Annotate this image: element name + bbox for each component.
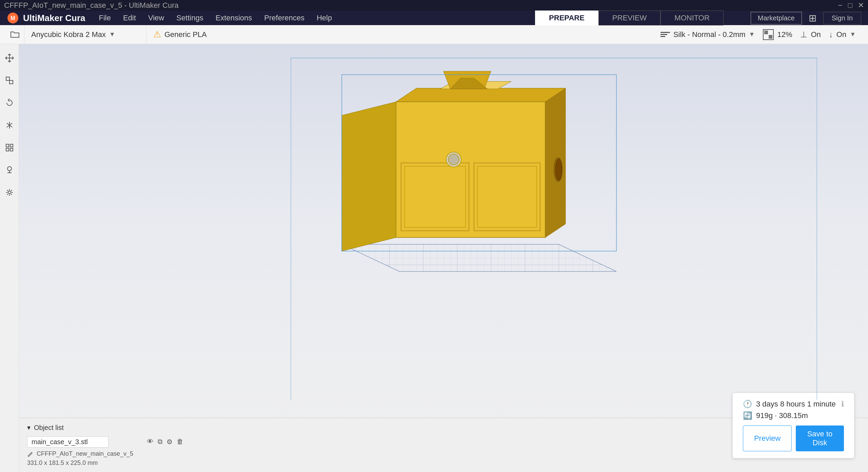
print-time-text: 3 days 8 hours 1 minute <box>756 400 836 409</box>
material-name: Generic PLA <box>164 30 207 39</box>
profile-selector[interactable]: Silk - Normal - 0.2mm ▼ <box>660 30 755 39</box>
marketplace-button[interactable]: Marketplace <box>751 12 802 24</box>
svg-rect-3 <box>9 80 13 84</box>
svg-text:M: M <box>11 15 15 21</box>
main-area: ▾ Object list CFFFP_AIoT_new_main_case_v… <box>0 44 868 472</box>
infill-value: 12% <box>777 30 792 39</box>
object-model-name: CFFFP_AIoT_new_main_case_v_5 <box>37 450 133 457</box>
svg-marker-13 <box>342 244 616 271</box>
edit-icon <box>27 451 34 457</box>
infill-section[interactable]: 12% <box>763 29 792 40</box>
object-model-detail: CFFFP_AIoT_new_main_case_v_5 <box>27 450 133 457</box>
time-info-icon[interactable]: ℹ <box>841 400 844 409</box>
object-action-buttons: 👁 ⧉ ⚙ 🗑 <box>147 438 183 446</box>
tool-rotate[interactable] <box>2 96 17 110</box>
menu-items-container: File Edit View Settings Extensions Prefe… <box>99 14 332 22</box>
filament-info-row: 🔄 919g · 308.15m <box>743 411 844 420</box>
signin-button[interactable]: Sign In <box>823 12 861 24</box>
adhesion-on-label: On <box>836 30 846 39</box>
preview-button[interactable]: Preview <box>743 426 792 451</box>
close-button[interactable]: ✕ <box>858 1 864 10</box>
scale-icon <box>5 76 14 85</box>
app-logo: M UltiMaker Cura <box>7 12 85 24</box>
object-delete-button[interactable]: 🗑 <box>177 438 183 446</box>
filament-usage: 919g · 308.15m <box>756 411 808 420</box>
print-info-card: 🕐 3 days 8 hours 1 minute ℹ 🔄 919g · 308… <box>732 393 854 458</box>
tool-mirror[interactable] <box>2 118 17 132</box>
tool-support[interactable] <box>2 163 17 177</box>
printer-selector[interactable]: Anycubic Kobra 2 Max ▼ <box>24 25 146 44</box>
model-svg <box>321 61 627 299</box>
tool-arrange[interactable] <box>2 140 17 155</box>
open-file-button[interactable] <box>5 25 24 44</box>
window-title: CFFFP_AIoT_new_main_case_v_5 - UltiMaker… <box>4 1 179 10</box>
adhesion-icon: ↓ <box>829 30 833 39</box>
minimize-button[interactable]: − <box>838 1 843 10</box>
clock-icon: 🕐 <box>743 400 752 409</box>
infill-icon <box>763 29 774 40</box>
viewport[interactable]: ▾ Object list CFFFP_AIoT_new_main_case_v… <box>19 44 868 472</box>
move-icon <box>5 53 14 63</box>
prepare-button[interactable]: PREPARE <box>535 11 598 25</box>
menu-file[interactable]: File <box>99 14 111 22</box>
object-entry: CFFFP_AIoT_new_main_case_v_5 331.0 x 181… <box>27 435 133 467</box>
svg-rect-4 <box>6 144 9 147</box>
window-controls: − □ ✕ <box>838 1 864 10</box>
tool-move[interactable] <box>2 51 17 65</box>
model-3d[interactable] <box>321 61 627 299</box>
printer-name: Anycubic Kobra 2 Max <box>31 30 106 39</box>
printer-chevron-icon: ▼ <box>109 31 115 38</box>
save-to-disk-button[interactable]: Save to Disk <box>796 426 844 451</box>
collapse-icon: ▾ <box>27 423 31 432</box>
profile-name: Silk - Normal - 0.2mm <box>673 30 746 39</box>
adhesion-section[interactable]: ↓ On ▼ <box>829 30 856 39</box>
filament-icon: 🔄 <box>743 411 752 420</box>
profile-chevron-icon: ▼ <box>749 31 755 38</box>
monitor-button[interactable]: MONITOR <box>660 11 723 25</box>
profile-lines-icon <box>660 32 670 37</box>
object-dimensions: 331.0 x 181.5 x 225.0 mm <box>27 459 133 467</box>
toolbar: Anycubic Kobra 2 Max ▼ ⚠ Generic PLA Sil… <box>0 25 868 44</box>
object-list-label: Object list <box>34 424 64 432</box>
support-section[interactable]: ⊥ On <box>800 30 821 39</box>
object-visible-button[interactable]: 👁 <box>147 438 154 446</box>
svg-rect-7 <box>10 148 13 151</box>
svg-point-27 <box>448 154 459 165</box>
menu-view[interactable]: View <box>148 14 164 22</box>
svg-rect-2 <box>6 77 9 80</box>
menu-extensions[interactable]: Extensions <box>216 14 252 22</box>
title-bar: CFFFP_AIoT_new_main_case_v_5 - UltiMaker… <box>0 0 868 11</box>
object-filename <box>27 435 133 449</box>
adhesion-chevron-icon[interactable]: ▼ <box>850 31 856 38</box>
svg-rect-5 <box>10 144 13 147</box>
object-settings-button[interactable]: ⚙ <box>166 438 173 446</box>
svg-point-8 <box>7 167 12 171</box>
material-selector[interactable]: ⚠ Generic PLA <box>146 25 660 44</box>
object-name-input[interactable] <box>27 436 108 448</box>
left-sidebar <box>0 44 19 472</box>
logo-icon: M <box>7 12 19 24</box>
svg-marker-15 <box>342 102 396 251</box>
preview-button[interactable]: PREVIEW <box>598 11 660 25</box>
grid-icon[interactable]: ⊞ <box>809 13 816 24</box>
customize-icon <box>5 188 14 197</box>
rotate-icon <box>5 98 14 108</box>
object-duplicate-button[interactable]: ⧉ <box>158 438 162 446</box>
svg-point-11 <box>8 191 11 194</box>
print-time-row: 🕐 3 days 8 hours 1 minute ℹ <box>743 400 844 409</box>
maximize-button[interactable]: □ <box>848 1 852 10</box>
tool-customize[interactable] <box>2 185 17 200</box>
menu-settings[interactable]: Settings <box>176 14 203 22</box>
support-on-label: On <box>811 30 821 39</box>
svg-point-29 <box>555 159 562 181</box>
menu-edit[interactable]: Edit <box>123 14 136 22</box>
header-right-actions: Marketplace ⊞ Sign In <box>751 12 861 24</box>
toolbar-right: Silk - Normal - 0.2mm ▼ 12% ⊥ On ↓ On ▼ <box>660 29 863 40</box>
folder-icon <box>10 31 20 39</box>
tool-scale[interactable] <box>2 73 17 88</box>
svg-marker-17 <box>396 102 545 238</box>
material-warning-icon: ⚠ <box>153 29 161 40</box>
menu-help[interactable]: Help <box>317 14 332 22</box>
support-icon <box>5 165 14 175</box>
menu-preferences[interactable]: Preferences <box>264 14 304 22</box>
